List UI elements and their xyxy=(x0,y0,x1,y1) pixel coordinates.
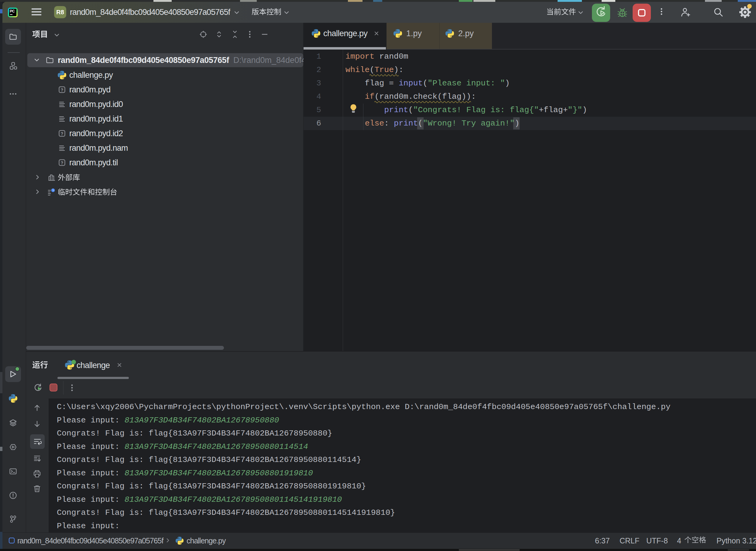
svg-text:?: ? xyxy=(61,160,63,165)
svg-text:?: ? xyxy=(61,131,63,136)
svg-text:?: ? xyxy=(61,87,63,92)
